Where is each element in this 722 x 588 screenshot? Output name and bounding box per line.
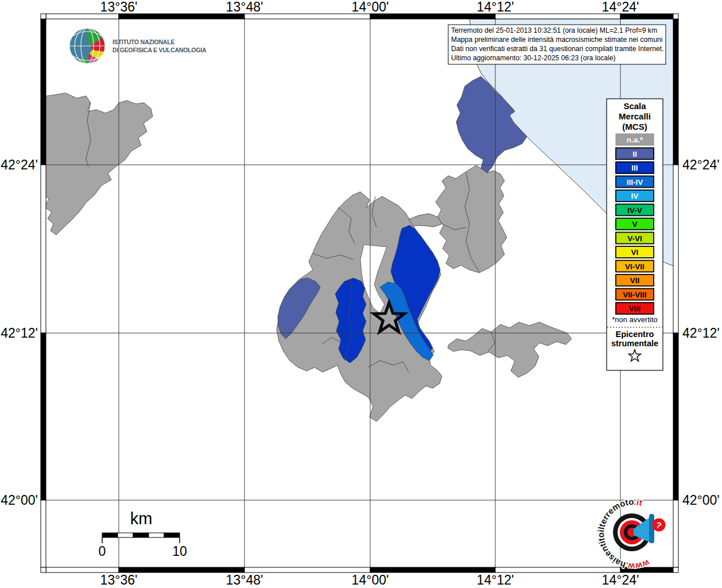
svg-text:V-VI: V-VI <box>627 234 642 243</box>
legend-item: IV-V <box>616 204 654 216</box>
ingv-name-line2: DI GEOFISICA E VULCANOLOGIA <box>112 47 207 53</box>
legend-item: VII-VIII <box>616 289 654 300</box>
legend-epicenter-label: strumentale <box>611 339 658 348</box>
lon-label-bottom: 14°24' <box>602 572 639 587</box>
intensity-map: 13°36' 13°48' 14°00' 14°12' 14°24' 13°36… <box>0 0 722 588</box>
intensity-map-page: 13°36' 13°48' 14°00' 14°12' 14°24' 13°36… <box>0 0 722 588</box>
lon-label-bottom: 13°36' <box>100 572 138 587</box>
lon-label-bottom: 14°12' <box>477 572 514 587</box>
lat-label-left: 42°24' <box>1 157 38 172</box>
lon-label-bottom: 13°48' <box>226 572 263 587</box>
ingv-globe-icon <box>69 28 105 64</box>
lon-label-top: 14°00' <box>352 0 389 14</box>
legend-item: IV <box>616 190 654 202</box>
svg-text:III-IV: III-IV <box>627 178 643 187</box>
municipality-bridge <box>409 214 442 227</box>
svg-text:II: II <box>632 150 637 158</box>
legend-item: VII <box>616 274 654 286</box>
scale-unit-label: km <box>130 509 153 528</box>
legend-title: Scala <box>623 101 646 111</box>
lon-label-bottom: 14°00' <box>352 572 389 587</box>
svg-text:III: III <box>631 164 638 172</box>
legend: Scala Mercalli (MCS) n.a.* II III III-IV… <box>607 99 663 370</box>
last-update: Ultimo aggiornamento: 30-12-2025 06:23 (… <box>451 54 616 62</box>
lon-label-top: 13°36' <box>100 0 138 14</box>
scale-min-label: 0 <box>99 544 106 559</box>
legend-item: VI-VII <box>616 261 654 272</box>
map-canvas <box>44 19 677 567</box>
lat-label-left: 42°00' <box>1 493 38 508</box>
svg-text:IV-V: IV-V <box>627 206 642 215</box>
event-summary: Terremoto del 25-01-2013 10:32:51 (ora l… <box>451 26 657 34</box>
legend-title: (MCS) <box>622 122 647 131</box>
svg-text:VI-VII: VI-VII <box>625 262 645 271</box>
svg-text:VII: VII <box>630 276 640 285</box>
lat-label-right: 42°12' <box>682 326 720 341</box>
lon-label-top: 14°12' <box>477 0 514 14</box>
legend-item: V-VI <box>616 233 654 244</box>
lat-label-right: 42°00' <box>682 493 720 508</box>
legend-item: V <box>616 218 654 230</box>
svg-text:VIII: VIII <box>629 304 641 313</box>
svg-text:VII-VIII: VII-VIII <box>623 291 646 299</box>
ingv-logo: ISTITUTO NAZIONALE DI GEOFISICA E VULCAN… <box>69 28 207 64</box>
legend-epicenter-label: Epicentro <box>616 330 654 339</box>
legend-footnote: *non avvertito <box>612 315 658 324</box>
lon-label-top: 13°48' <box>226 0 263 14</box>
municipality-cluster-east <box>448 322 572 377</box>
legend-item: n.a.* <box>616 134 654 145</box>
legend-item: VIII <box>616 303 654 314</box>
svg-text:V: V <box>632 220 637 229</box>
lat-label-left: 42°12' <box>1 326 38 341</box>
svg-text:VI: VI <box>631 248 639 257</box>
legend-item: II <box>616 148 654 160</box>
lon-label-top: 14°24' <box>602 0 639 14</box>
svg-text:IV: IV <box>631 192 639 200</box>
legend-title: Mercalli <box>619 111 651 121</box>
legend-item: III <box>616 162 654 173</box>
lat-label-right: 42°24' <box>682 157 720 172</box>
legend-item: VI <box>616 246 654 258</box>
haisentito-watermark: ? www.haisentitoilterremoto.it <box>596 497 667 571</box>
event-info-box: Terremoto del 25-01-2013 10:32:51 (ora l… <box>448 25 666 64</box>
scale-bar: km 0 10 <box>99 509 187 559</box>
municipality-cluster-northeast <box>436 165 507 273</box>
scale-max-label: 10 <box>172 544 187 559</box>
svg-text:n.a.*: n.a.* <box>627 136 643 144</box>
ingv-name-line1: ISTITUTO NAZIONALE <box>112 38 174 45</box>
data-source-note: Dati non verificati estratti da 31 quest… <box>451 45 664 53</box>
map-description: Mappa preliminare delle intensità macros… <box>451 36 663 44</box>
municipality-northwest <box>44 93 153 235</box>
legend-item: III-IV <box>616 176 654 188</box>
